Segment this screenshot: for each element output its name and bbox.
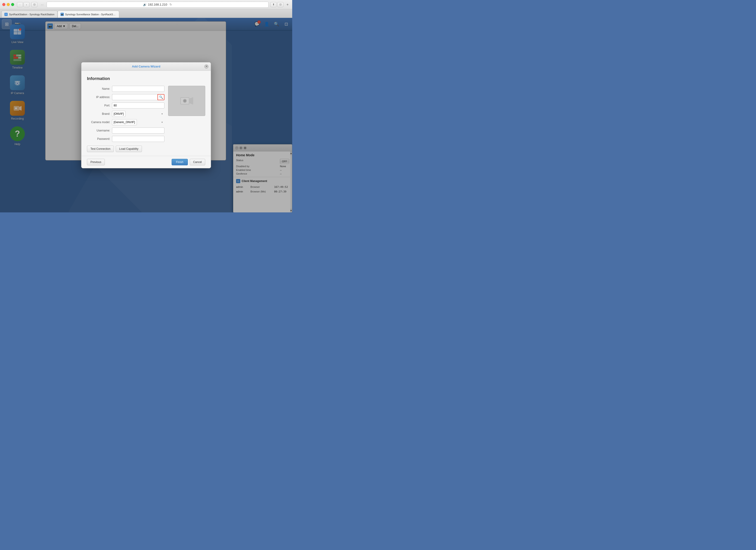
readinglist-button[interactable]: ⊡: [277, 2, 283, 7]
ip-label: IP address:: [87, 96, 110, 99]
url-bar[interactable]: 🔊 192.168.1.210 ↻: [47, 2, 269, 8]
port-row: Port:: [87, 102, 164, 109]
tab-label-2: Synology Surveillance Station - SynRackS…: [65, 13, 116, 16]
modal-content-area: Name: IP address: 🔍: [87, 86, 205, 152]
tab-bar: S SynRackStation - Synology RackStation …: [0, 9, 292, 18]
port-input[interactable]: [112, 102, 164, 109]
tab-favicon-2: 📷: [61, 13, 64, 16]
camera-model-label: Camera model:: [87, 121, 110, 124]
url-bar-container: ··· 🔊 192.168.1.210 ↻: [39, 2, 269, 8]
previous-button[interactable]: Previous: [87, 159, 105, 165]
url-text: 192.168.1.210: [148, 3, 167, 6]
username-label: Username:: [87, 129, 110, 132]
svg-point-27: [184, 100, 186, 102]
browser-actions: ⬆ ⊡: [270, 2, 283, 7]
camera-model-select-wrapper: [Generic_ONVIF]: [112, 119, 164, 125]
tab-favicon-1: S: [4, 13, 8, 16]
ip-input-group: 🔍: [112, 94, 164, 100]
username-input[interactable]: [112, 128, 164, 134]
username-row: Username:: [87, 128, 164, 134]
modal-title: Add Camera Wizard: [132, 65, 160, 68]
camera-preview-icon: [180, 95, 194, 106]
sidebar-toggle-button[interactable]: ⊡: [31, 2, 37, 7]
camera-model-select[interactable]: [Generic_ONVIF]: [112, 119, 137, 125]
modal-footer: Previous Finish Cancel: [81, 156, 211, 168]
close-button[interactable]: [2, 3, 5, 6]
modal-form: Name: IP address: 🔍: [87, 86, 164, 152]
modal-overlay: Add Camera Wizard ✕ Information Name:: [0, 18, 292, 212]
brand-select[interactable]: [ONVIF]: [112, 111, 125, 117]
browser-chrome: ‹ › ⊡ ··· 🔊 192.168.1.210 ↻ ⬆ ⊡ + S SynR…: [0, 0, 292, 18]
modal-header: Add Camera Wizard ✕: [81, 62, 211, 71]
cancel-button[interactable]: Cancel: [190, 159, 205, 165]
ip-row: IP address: 🔍: [87, 94, 164, 100]
app-content: ⊞ 📷 💬 1 👤 🔍 ⊡: [0, 18, 292, 212]
test-connection-button[interactable]: Test Connection: [87, 146, 114, 152]
traffic-lights: [2, 3, 14, 6]
name-input[interactable]: [112, 86, 164, 92]
finish-button[interactable]: Finish: [172, 159, 188, 165]
tab-label-1: SynRackStation - Synology RackStation: [9, 13, 54, 16]
camera-preview: [168, 86, 205, 116]
ip-search-button[interactable]: 🔍: [157, 94, 164, 100]
name-label: Name:: [87, 87, 110, 90]
port-label: Port:: [87, 104, 110, 107]
add-tab-button[interactable]: +: [285, 2, 290, 7]
forward-button[interactable]: ›: [23, 2, 29, 7]
minimize-button[interactable]: [7, 3, 10, 6]
modal-close-button[interactable]: ✕: [204, 64, 208, 69]
reload-button[interactable]: ↻: [170, 3, 172, 6]
back-button[interactable]: ‹: [17, 2, 23, 7]
modal-section-title: Information: [87, 76, 205, 81]
brand-row: Brand: [ONVIF]: [87, 111, 164, 117]
volume-icon: 🔊: [143, 3, 147, 6]
tab-synrack[interactable]: S SynRackStation - Synology RackStation: [1, 11, 58, 18]
add-camera-wizard-modal: Add Camera Wizard ✕ Information Name:: [81, 62, 211, 168]
share-button[interactable]: ⬆: [270, 2, 276, 7]
nav-buttons: ‹ ›: [17, 2, 29, 7]
tab-surveillance[interactable]: 📷 Synology Surveillance Station - SynRac…: [58, 11, 119, 18]
footer-right-buttons: Finish Cancel: [172, 159, 205, 165]
brand-label: Brand:: [87, 112, 110, 115]
password-row: Password:: [87, 136, 164, 142]
svg-marker-25: [189, 97, 193, 105]
action-buttons: Test Connection Load Capability: [87, 146, 164, 152]
maximize-button[interactable]: [11, 3, 14, 6]
load-capability-button[interactable]: Load Capability: [116, 146, 142, 152]
password-input[interactable]: [112, 136, 164, 142]
brand-select-wrapper: [ONVIF]: [112, 111, 164, 117]
more-options-button[interactable]: ···: [39, 2, 45, 7]
name-row: Name:: [87, 86, 164, 92]
password-label: Password:: [87, 137, 110, 141]
camera-model-row: Camera model: [Generic_ONVIF]: [87, 119, 164, 125]
titlebar: ‹ › ⊡ ··· 🔊 192.168.1.210 ↻ ⬆ ⊡ +: [0, 0, 292, 9]
ip-input[interactable]: [112, 94, 157, 100]
modal-body: Information Name: IP address:: [81, 71, 211, 156]
